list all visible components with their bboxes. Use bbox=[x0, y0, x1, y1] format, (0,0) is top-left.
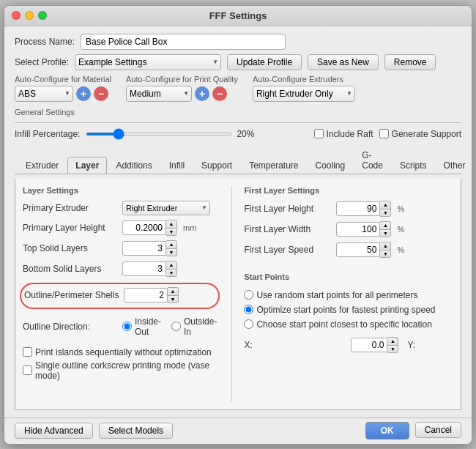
vase-checkbox[interactable] bbox=[23, 365, 32, 375]
tab-scripts[interactable]: Scripts bbox=[392, 157, 435, 174]
inside-out-radio[interactable] bbox=[122, 322, 132, 331]
minimize-button[interactable] bbox=[25, 11, 34, 20]
auto-config-material: Auto-Configure for Material ABS + − bbox=[15, 75, 111, 102]
layer-height-input[interactable] bbox=[122, 220, 166, 235]
tab-additions[interactable]: Additions bbox=[108, 157, 160, 174]
random-start-radio[interactable] bbox=[244, 290, 253, 300]
first-layer-speed-label: First Layer Speed bbox=[244, 245, 332, 255]
x-down[interactable]: ▼ bbox=[387, 345, 398, 352]
remove-button[interactable]: Remove bbox=[384, 54, 436, 70]
process-name-input[interactable] bbox=[81, 34, 286, 50]
footer-right: OK Cancel bbox=[365, 422, 461, 439]
tab-layer[interactable]: Layer bbox=[67, 157, 107, 174]
quality-remove-btn[interactable]: − bbox=[212, 86, 227, 101]
optimize-start-radio[interactable] bbox=[244, 305, 253, 314]
closest-start-label[interactable]: Choose start point closest to specific l… bbox=[244, 319, 461, 330]
outline-direction-label: Outline Direction: bbox=[23, 322, 118, 332]
tab-support[interactable]: Support bbox=[193, 157, 240, 174]
ok-button[interactable]: OK bbox=[365, 422, 409, 439]
y-label: Y: bbox=[407, 340, 461, 350]
primary-extruder-select-wrapper: Right Extruder bbox=[122, 201, 210, 215]
update-profile-button[interactable]: Update Profile bbox=[227, 54, 302, 70]
outside-in-radio[interactable] bbox=[171, 322, 181, 331]
infill-label: Infill Percentage: bbox=[15, 129, 80, 139]
infill-row: Infill Percentage: 20% Include Raft Gene… bbox=[15, 129, 461, 139]
tab-temperature[interactable]: Temperature bbox=[241, 157, 306, 174]
first-layer-width-label: First Layer Width bbox=[244, 224, 332, 234]
close-button[interactable] bbox=[12, 11, 21, 20]
quality-select[interactable]: Medium bbox=[126, 86, 192, 102]
outline-shells-spinner: ▲ ▼ bbox=[124, 287, 179, 303]
maximize-button[interactable] bbox=[38, 11, 47, 20]
x-up[interactable]: ▲ bbox=[387, 338, 398, 345]
material-add-btn[interactable]: + bbox=[76, 86, 91, 101]
x-input[interactable] bbox=[351, 338, 387, 352]
first-layer-width-down[interactable]: ▼ bbox=[380, 229, 390, 237]
hide-advanced-button[interactable]: Hide Advanced bbox=[15, 423, 93, 439]
tab-other[interactable]: Other bbox=[436, 157, 472, 174]
quality-add-btn[interactable]: + bbox=[195, 86, 209, 101]
tabs-bar: Extruder Layer Additions Infill Support … bbox=[15, 146, 461, 174]
tab-extruder[interactable]: Extruder bbox=[18, 157, 67, 174]
first-layer-width-row: First Layer Width ▲ ▼ % bbox=[244, 221, 461, 237]
quality-select-wrapper: Medium bbox=[126, 86, 192, 102]
extruder-select[interactable]: Right Extruder Only bbox=[253, 86, 355, 102]
outline-shells-input[interactable] bbox=[124, 288, 168, 303]
top-solid-down[interactable]: ▼ bbox=[166, 248, 176, 256]
outline-shells-label: Outline/Perimeter Shells bbox=[24, 290, 119, 300]
material-remove-btn[interactable]: − bbox=[94, 86, 108, 101]
first-layer-speed-up[interactable]: ▲ bbox=[380, 242, 390, 250]
bottom-solid-up[interactable]: ▲ bbox=[166, 261, 176, 269]
optimize-start-label[interactable]: Optimize start points for fastest printi… bbox=[244, 305, 461, 315]
outside-in-label[interactable]: Outside-In bbox=[171, 316, 217, 337]
titlebar: FFF Settings bbox=[4, 6, 472, 26]
include-raft-label[interactable]: Include Raft bbox=[314, 129, 373, 139]
cancel-button[interactable]: Cancel bbox=[415, 422, 461, 438]
layer-height-label: Primary Layer Height bbox=[23, 223, 118, 233]
first-layer-height-up[interactable]: ▲ bbox=[380, 201, 390, 209]
first-layer-height-label: First Layer Height bbox=[244, 204, 332, 214]
generate-support-label[interactable]: Generate Support bbox=[379, 129, 461, 139]
layer-height-row: Primary Layer Height ▲ ▼ mm bbox=[23, 220, 217, 236]
content-area: Process Name: Select Profile: Example Se… bbox=[4, 26, 472, 418]
sequential-checkbox-label[interactable]: Print islands sequentially without optim… bbox=[23, 347, 217, 357]
material-select[interactable]: ABS bbox=[15, 86, 73, 102]
generate-support-checkbox[interactable] bbox=[379, 129, 389, 138]
xy-coords-row: X: ▲ ▼ Y: ▲ ▼ bbox=[244, 337, 461, 353]
top-solid-input[interactable] bbox=[122, 241, 166, 256]
vase-checkbox-label[interactable]: Single outline corkscrew printing mode (… bbox=[23, 360, 217, 381]
first-layer-speed-spin-btns: ▲ ▼ bbox=[380, 242, 391, 258]
auto-config-quality-inline: Medium + − bbox=[126, 86, 238, 102]
first-layer-height-row: First Layer Height ▲ ▼ % bbox=[244, 201, 461, 217]
bottom-solid-input[interactable] bbox=[122, 261, 166, 276]
bottom-solid-down[interactable]: ▼ bbox=[166, 269, 176, 276]
first-layer-label: First Layer Settings bbox=[244, 186, 461, 195]
top-solid-up[interactable]: ▲ bbox=[166, 241, 176, 248]
first-layer-width-up[interactable]: ▲ bbox=[380, 222, 390, 229]
first-layer-speed-down[interactable]: ▼ bbox=[380, 250, 390, 257]
tab-cooling[interactable]: Cooling bbox=[308, 157, 354, 174]
infill-slider[interactable] bbox=[86, 133, 232, 136]
random-start-label[interactable]: Use random start points for all perimete… bbox=[244, 290, 461, 300]
first-layer-height-down[interactable]: ▼ bbox=[380, 209, 390, 216]
profile-select[interactable]: Example Settings bbox=[75, 54, 221, 70]
primary-extruder-select[interactable]: Right Extruder bbox=[122, 201, 210, 215]
closest-start-radio[interactable] bbox=[244, 319, 253, 329]
sequential-checkbox[interactable] bbox=[23, 347, 32, 357]
layer-height-spinner: ▲ ▼ bbox=[122, 220, 177, 236]
outline-shells-up[interactable]: ▲ bbox=[168, 288, 178, 295]
outline-direction-row: Outline Direction: Inside-Out Outside-In bbox=[23, 316, 217, 337]
save-as-new-button[interactable]: Save as New bbox=[308, 54, 379, 70]
include-raft-checkbox[interactable] bbox=[314, 129, 324, 138]
select-models-button[interactable]: Select Models bbox=[99, 423, 173, 439]
outline-shells-down[interactable]: ▼ bbox=[168, 295, 178, 303]
first-layer-width-input[interactable] bbox=[336, 222, 380, 237]
tab-infill[interactable]: Infill bbox=[161, 157, 193, 174]
layer-height-up[interactable]: ▲ bbox=[166, 220, 176, 228]
footer: Hide Advanced Select Models OK Cancel bbox=[4, 418, 472, 444]
first-layer-speed-input[interactable] bbox=[336, 242, 380, 257]
first-layer-height-input[interactable] bbox=[336, 201, 380, 216]
layer-height-down[interactable]: ▼ bbox=[166, 228, 176, 235]
inside-out-label[interactable]: Inside-Out bbox=[122, 316, 161, 337]
tab-gcode[interactable]: G-Code bbox=[354, 146, 391, 174]
